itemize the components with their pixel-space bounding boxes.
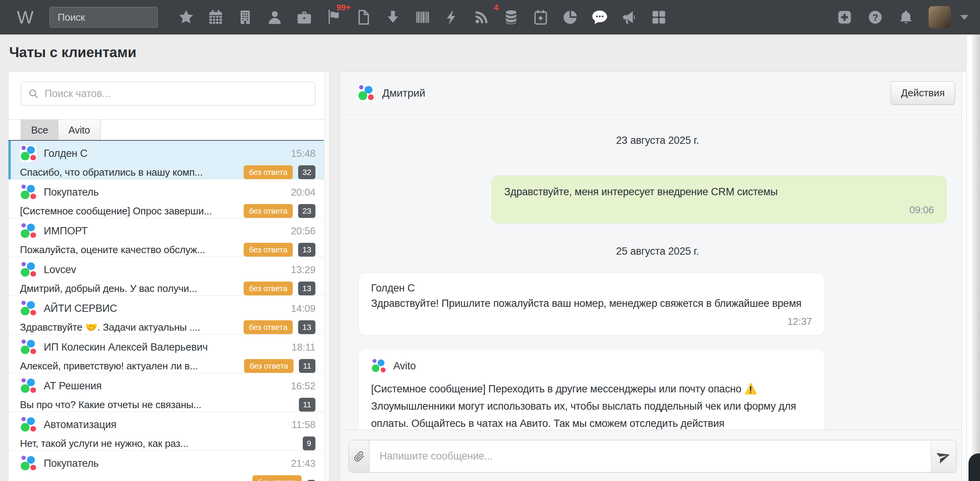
calendar-icon[interactable] — [207, 9, 224, 26]
message-text: [Системное сообщение] Переходить в други… — [371, 381, 812, 430]
chat-search-input[interactable] — [45, 88, 308, 100]
automation-bolt-icon[interactable] — [444, 9, 460, 26]
chat-list-item[interactable]: Покупатель 21:43 без ответа — [8, 451, 329, 481]
add-icon[interactable] — [836, 9, 853, 25]
global-search-input[interactable] — [49, 7, 158, 28]
user-avatar[interactable] — [929, 6, 951, 28]
chat-list-item[interactable]: Автоматизация 11:58 Нет, такой услуги не… — [8, 412, 329, 451]
chat-search — [21, 82, 315, 105]
topbar-nav: 99+ 4 — [178, 9, 667, 26]
avito-logo-icon — [20, 455, 37, 472]
chat-list-scrollbar[interactable] — [324, 72, 329, 481]
chat-name: Покупатель — [44, 458, 99, 469]
conversation-title: Дмитрий — [382, 87, 425, 99]
unread-count-badge: 23 — [298, 204, 315, 218]
unread-count-badge: 13 — [298, 282, 315, 295]
chat-name: ИП Колескин Алексей Валерьевич — [44, 341, 208, 353]
chat-list-item[interactable]: АЙТИ СЕРВИС 14:09 Здравствуйте 🤝. Задачи… — [8, 296, 329, 334]
unread-count-badge: 11 — [299, 359, 315, 373]
chat-preview: Спасибо, что обратились в нашу комп... — [20, 166, 203, 178]
tab-all[interactable]: Все — [21, 120, 58, 140]
feed-badge: 4 — [494, 3, 498, 13]
avito-logo-icon — [20, 145, 37, 162]
conversation-header: Дмитрий Действия — [340, 72, 967, 115]
profile-caret-down-icon[interactable] — [960, 15, 968, 20]
chat-name: Голден С — [44, 148, 87, 160]
message-sender: Голден С — [371, 282, 812, 294]
message-sender: Avito — [393, 360, 416, 372]
no-reply-badge: без ответа — [252, 475, 302, 481]
no-reply-badge: без ответа — [244, 204, 293, 218]
chat-name: АЙТИ СЕРВИС — [44, 303, 117, 315]
composer — [340, 430, 967, 481]
chat-preview: Дмитрий, добрый день. У вас получи... — [20, 283, 197, 295]
chat-time: 11:58 — [292, 419, 315, 431]
briefcase-icon[interactable] — [296, 9, 313, 26]
messages-area: 23 августа 2025 г. Здравствуйте, меня ин… — [340, 115, 967, 430]
unread-count-badge: 32 — [298, 165, 315, 179]
apps-grid-icon[interactable] — [650, 9, 667, 26]
send-plane-icon — [935, 447, 953, 466]
avito-logo-icon — [20, 261, 37, 278]
chat-items: Голден С 15:48 Спасибо, что обратились в… — [8, 141, 329, 481]
planner-calendar-plus-icon[interactable] — [532, 9, 549, 26]
page-scrollbar[interactable] — [967, 35, 980, 481]
avito-logo-icon — [371, 358, 386, 374]
barcode-icon[interactable] — [414, 9, 431, 26]
message-time: 09:06 — [504, 204, 934, 216]
chat-time: 13:29 — [291, 264, 315, 276]
chat-name: АТ Решения — [44, 380, 102, 392]
document-icon[interactable] — [355, 9, 372, 26]
unread-count-badge: 11 — [299, 398, 315, 412]
chat-list-panel: Все Avito Голден С 15:48 Спасибо, что об… — [8, 71, 330, 481]
message-input[interactable] — [370, 440, 931, 472]
actions-button[interactable]: Действия — [891, 81, 955, 105]
chat-list-item[interactable]: Lovcev 13:29 Дмитрий, добрый день. У вас… — [8, 257, 329, 296]
no-reply-badge: без ответа — [244, 243, 293, 257]
marketing-megaphone-icon[interactable] — [621, 9, 638, 26]
chat-preview: Вы про что? Какие отчеты не связаны... — [20, 399, 201, 411]
chat-list-item[interactable]: Покупатель 20:04 [Системное сообщение] О… — [8, 180, 329, 218]
unread-count-badge: 13 — [298, 320, 315, 334]
chat-list-item[interactable]: Голден С 15:48 Спасибо, что обратились в… — [8, 141, 329, 180]
unread-count-badge: 9 — [303, 437, 315, 450]
flag-icon[interactable]: 99+ — [325, 9, 342, 26]
message-text: Здравствуйте! Пришлите пожалуйста ваш но… — [371, 298, 812, 310]
chat-preview: Алексей, приветствую! актуален ли в... — [20, 360, 198, 372]
app-logo[interactable]: W — [17, 7, 33, 28]
no-reply-badge: без ответа — [244, 359, 293, 373]
content: Все Avito Голден С 15:48 Спасибо, что об… — [0, 71, 980, 481]
avito-logo-icon — [20, 339, 37, 356]
chat-list-item[interactable]: АТ Решения 16:52 Вы про что? Какие отчет… — [8, 373, 329, 412]
date-separator: 23 августа 2025 г. — [358, 135, 957, 147]
database-icon[interactable] — [503, 9, 520, 26]
no-reply-badge: без ответа — [244, 165, 293, 179]
search-icon — [28, 88, 39, 99]
chat-time: 14:09 — [291, 303, 315, 315]
reports-pie-icon[interactable] — [562, 9, 579, 26]
help-icon[interactable]: ? — [867, 9, 883, 25]
outgoing-message: Здравствуйте, меня интересует внедрение … — [492, 176, 947, 223]
star-icon[interactable] — [178, 9, 195, 26]
feed-rss-icon[interactable]: 4 — [473, 9, 490, 26]
attach-button[interactable] — [349, 440, 370, 472]
svg-text:?: ? — [873, 12, 878, 23]
send-button[interactable] — [931, 440, 956, 472]
chat-name: Покупатель — [44, 186, 99, 198]
chat-time: 20:04 — [291, 186, 315, 198]
avito-logo-icon — [20, 377, 37, 394]
chat-name: Автоматизация — [44, 419, 116, 431]
building-icon[interactable] — [237, 9, 254, 26]
chats-icon[interactable] — [591, 9, 608, 26]
avito-logo-icon — [20, 184, 37, 201]
chat-list-item[interactable]: ИП Колескин Алексей Валерьевич 18:11 Але… — [8, 334, 329, 373]
tab-avito[interactable]: Avito — [58, 120, 100, 140]
page-title: Чаты с клиентами — [0, 35, 980, 71]
contacts-icon[interactable] — [266, 9, 283, 26]
bell-icon[interactable] — [898, 9, 914, 25]
import-arrow-icon[interactable] — [384, 9, 401, 26]
conversation-scrollbar[interactable] — [962, 72, 967, 481]
no-reply-badge: без ответа — [244, 320, 293, 334]
chat-time: 18:11 — [292, 341, 315, 353]
chat-list-item[interactable]: ИМПОРТ 20:56 Пожалуйста, оцените качеств… — [8, 218, 329, 257]
